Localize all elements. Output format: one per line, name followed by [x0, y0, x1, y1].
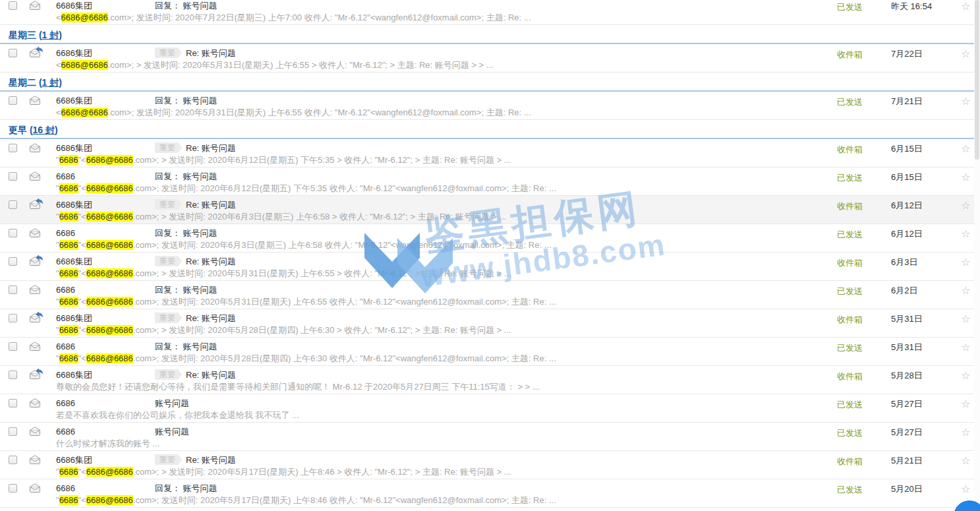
star-icon[interactable]: ☆ [961, 455, 970, 466]
star-icon[interactable]: ☆ [961, 200, 970, 211]
star-icon[interactable]: ☆ [961, 256, 970, 268]
email-subject: Re: 账号问题 [186, 256, 236, 266]
folder-link[interactable]: 已发送 [837, 400, 863, 409]
search-highlight: 6686 [59, 240, 78, 250]
star-icon[interactable]: ☆ [961, 370, 970, 381]
preview-text: < [56, 107, 61, 117]
email-checkbox[interactable] [9, 257, 17, 266]
preview-text: 若是不喜欢我在你们的公司娱乐，你把我本金退给我 我不玩了 ... [56, 410, 299, 420]
email-content: 6686集团回复： 账号问题 <6686@6686.com>; 发送时间: 20… [56, 94, 837, 119]
group-count-link[interactable]: 1 封 [42, 77, 59, 88]
folder-link[interactable]: 收件箱 [837, 258, 863, 268]
folder-link[interactable]: 已发送 [837, 286, 863, 296]
group-title: 星期三 [9, 30, 36, 40]
email-checkbox[interactable] [9, 484, 17, 493]
preview-text: "< [78, 268, 86, 278]
folder-link[interactable]: 收件箱 [837, 144, 863, 154]
email-row[interactable]: 6686回复： 账号问题 "6686"<6686@6686.com>; 发送时间… [0, 479, 980, 508]
star-icon[interactable]: ☆ [961, 96, 970, 107]
paren-close: ) [59, 30, 62, 40]
email-row[interactable]: 6686集团重要Re: 账号问题 "6686"<6686@6686.com>; … [0, 139, 980, 167]
email-subject: Re: 账号问题 [186, 455, 236, 465]
email-row[interactable]: 6686回复： 账号问题 "6686"<6686@6686.com>; 发送时间… [0, 167, 980, 196]
star-icon[interactable]: ☆ [961, 48, 970, 59]
folder-link[interactable]: 已发送 [837, 428, 863, 438]
search-highlight: 6686@6686 [61, 13, 108, 22]
preview-text: .com>; 发送时间: 2020年5月17日(星期天) 上午8:46 收件人:… [133, 495, 556, 505]
star-icon[interactable]: ☆ [961, 427, 970, 438]
email-preview: <6686@6686.com>; > 发送时间: 2020年5月31日(星期天)… [56, 59, 837, 71]
email-sender: 6686集团 [56, 454, 155, 466]
folder-link[interactable]: 收件箱 [837, 49, 863, 59]
email-checkbox[interactable] [9, 1, 17, 10]
email-checkbox[interactable] [9, 229, 17, 237]
paren-close: ) [59, 77, 62, 88]
important-tag: 重要 [155, 199, 182, 210]
email-checkbox[interactable] [9, 200, 17, 209]
folder-link[interactable]: 收件箱 [837, 201, 863, 211]
preview-text: " [56, 268, 59, 278]
folder-link[interactable]: 已发送 [837, 97, 863, 107]
email-checkbox[interactable] [9, 399, 17, 407]
email-sender: 6686集团 [56, 0, 155, 12]
email-checkbox[interactable] [9, 144, 17, 152]
folder-link[interactable]: 已发送 [837, 485, 863, 495]
email-date: 7月21日 [891, 94, 952, 107]
folder-link[interactable]: 收件箱 [837, 315, 863, 324]
group-count-link[interactable]: 16 封 [33, 125, 55, 135]
folder-link[interactable]: 已发送 [837, 2, 863, 12]
email-preview: "6686"<6686@6686.com>; > 发送时间: 2020年5月31… [56, 268, 837, 280]
folder-link[interactable]: 已发送 [837, 173, 863, 183]
folder-link[interactable]: 已发送 [837, 229, 863, 239]
email-subject: Re: 账号问题 [186, 48, 236, 58]
email-preview: "6686"<6686@6686.com>; > 发送时间: 2020年6月12… [56, 154, 837, 166]
email-checkbox[interactable] [9, 96, 17, 105]
folder-link[interactable]: 收件箱 [837, 456, 863, 466]
email-row[interactable]: 6686集团回复： 账号问题 <6686@6686.com>; 发送时间: 20… [0, 92, 980, 120]
star-icon[interactable]: ☆ [961, 143, 970, 154]
email-row[interactable]: 6686账号问题 若是不喜欢我在你们的公司娱乐，你把我本金退给我 我不玩了 ..… [0, 394, 980, 423]
email-preview: "6686"<6686@6686.com>; 发送时间: 2020年5月31日(… [56, 296, 837, 308]
group-header: 星期二 (1 封) [0, 73, 980, 92]
preview-text: 尊敬的会员您好！还请您耐心等待，我们是需要等待相关部门通知的呢！ Mr-6.12… [56, 382, 540, 392]
email-preview: "6686"<6686@6686.com>; > 发送时间: 2020年5月17… [56, 466, 837, 478]
star-icon[interactable]: ☆ [961, 171, 970, 183]
folder-link[interactable]: 已发送 [837, 343, 863, 353]
email-list: 6686集团回复： 账号问题 <6686@6686.com>; 发送时间: 20… [0, 0, 980, 508]
email-row[interactable]: 6686集团重要Re: 账号问题 "6686"<6686@6686.com>; … [0, 451, 980, 479]
star-icon[interactable]: ☆ [961, 285, 970, 296]
star-icon[interactable]: ☆ [961, 398, 970, 409]
reply-arrow-icon [35, 368, 43, 375]
email-row[interactable]: 6686集团重要Re: 账号问题 尊敬的会员您好！还请您耐心等待，我们是需要等待… [0, 366, 980, 394]
email-sender: 6686集团 [56, 312, 155, 324]
email-checkbox[interactable] [9, 456, 17, 464]
star-icon[interactable]: ☆ [961, 483, 970, 495]
folder-link[interactable]: 收件箱 [837, 371, 863, 381]
search-highlight: 6686 [59, 495, 78, 505]
email-row[interactable]: 6686集团重要Re: 账号问题 "6686"<6686@6686.com>; … [0, 196, 980, 224]
email-row[interactable]: 6686回复： 账号问题 "6686"<6686@6686.com>; 发送时间… [0, 338, 980, 366]
email-row[interactable]: 6686集团重要Re: 账号问题 <6686@6686.com>; > 发送时间… [0, 44, 980, 73]
email-checkbox[interactable] [9, 342, 17, 351]
email-checkbox[interactable] [9, 172, 17, 181]
email-row[interactable]: 6686集团重要Re: 账号问题 "6686"<6686@6686.com>; … [0, 253, 980, 281]
email-checkbox[interactable] [9, 427, 17, 436]
group-count-link[interactable]: 1 封 [42, 30, 59, 40]
scrollbar-thumb[interactable] [975, 0, 979, 160]
star-icon[interactable]: ☆ [961, 228, 970, 239]
email-row[interactable]: 6686回复： 账号问题 "6686"<6686@6686.com>; 发送时间… [0, 224, 980, 253]
mail-read-icon [29, 171, 41, 182]
email-checkbox[interactable] [9, 371, 17, 379]
email-row[interactable]: 6686回复： 账号问题 "6686"<6686@6686.com>; 发送时间… [0, 281, 980, 309]
star-icon[interactable]: ☆ [961, 1, 970, 12]
email-checkbox[interactable] [9, 314, 17, 322]
email-row[interactable]: 6686账号问题 什么时候才解冻我的账号 ... 已发送 5月27日 ☆ [0, 423, 980, 451]
star-icon[interactable]: ☆ [961, 342, 970, 353]
email-checkbox[interactable] [9, 286, 17, 294]
email-checkbox[interactable] [9, 49, 17, 57]
email-row[interactable]: 6686集团重要Re: 账号问题 "6686"<6686@6686.com>; … [0, 309, 980, 338]
preview-text: .com>; 发送时间: 2020年5月31日(星期天) 上午6:55 收件人:… [133, 297, 556, 307]
preview-text: .com>; 发送时间: 2020年5月31日(星期天) 上午6:55 收件人:… [108, 107, 531, 117]
email-row[interactable]: 6686集团回复： 账号问题 <6686@6686.com>; 发送时间: 20… [0, 0, 980, 25]
star-icon[interactable]: ☆ [961, 313, 970, 324]
